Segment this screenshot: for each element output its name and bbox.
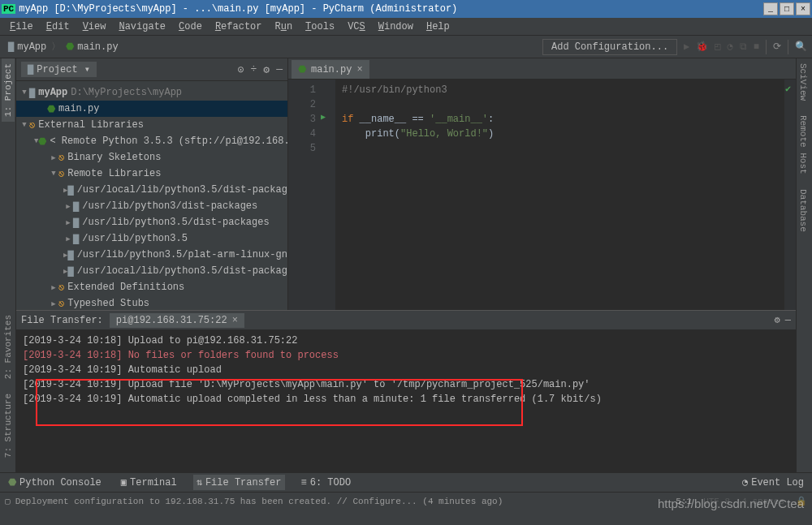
folder-icon: ▇ xyxy=(28,63,33,75)
tool-tab-remotehost[interactable]: Remote Host xyxy=(797,110,810,179)
file-transfer-tab[interactable]: pi@192.168.31.75:22 × xyxy=(110,313,244,328)
tree-external-libs[interactable]: External Libraries xyxy=(38,119,144,131)
bottom-toolbar: ⬣Python Console ▣Terminal ⇅File Transfer… xyxy=(0,472,812,492)
terminal-icon: ▣ xyxy=(121,476,127,488)
tool-tab-project[interactable]: 1: Project xyxy=(2,58,15,122)
minimize-button[interactable]: _ xyxy=(763,2,778,15)
tree-root[interactable]: myApp xyxy=(38,87,67,98)
tree-path-0[interactable]: /usr/local/lib/python3.5/dist-packages/p xyxy=(77,184,287,196)
menu-file[interactable]: File xyxy=(5,19,38,34)
menu-vcs[interactable]: VCS xyxy=(343,19,370,34)
menu-code[interactable]: Code xyxy=(174,19,207,34)
window-titlebar: PC myApp [D:\MyProjects\myApp] - ...\mai… xyxy=(0,0,812,18)
transfer-icon: ⇅ xyxy=(197,476,202,488)
tool-tab-database[interactable]: Database xyxy=(797,184,810,237)
file-transfer-panel: File Transfer: pi@192.168.31.75:22 × ⚙ —… xyxy=(16,310,796,472)
tree-remote-python[interactable]: < Remote Python 3.5.3 (sftp://pi@192.168… xyxy=(50,136,287,147)
editor: ⬣ main.py × 1 2 3 4 5 ▶ #!/usr/bin/pytho… xyxy=(288,58,796,310)
stop-icon[interactable]: ■ xyxy=(754,41,759,53)
tw-todo[interactable]: ≡6: TODO xyxy=(298,476,355,490)
encoding[interactable]: UTF-8 xyxy=(703,497,730,506)
right-tool-strip: SciView Remote Host Database xyxy=(796,58,812,310)
tree-typeshed[interactable]: Typeshed Stubs xyxy=(67,298,149,309)
window-title: myApp [D:\MyProjects\myApp] - ...\main.p… xyxy=(19,3,763,15)
breadcrumb-file: main.py xyxy=(77,41,118,53)
maximize-button[interactable]: □ xyxy=(780,2,794,15)
run-gutter: ▶ xyxy=(321,80,335,310)
breadcrumb[interactable]: ▇ myApp 〉 ⬣ main.py xyxy=(5,40,122,54)
caret-position[interactable]: 5:1 xyxy=(676,497,692,506)
close-button[interactable]: × xyxy=(796,2,810,15)
status-message[interactable]: Deployment configuration to 192.168.31.7… xyxy=(15,497,503,506)
project-view-label: Project xyxy=(37,64,77,75)
tree-remote-libraries[interactable]: Remote Libraries xyxy=(67,168,161,179)
gear-icon[interactable]: ⚙ xyxy=(775,314,780,326)
concurrency-icon[interactable]: ⧉ xyxy=(740,41,747,53)
run-line-icon[interactable]: ▶ xyxy=(321,112,335,122)
tool-tab-favorites[interactable]: 2: Favorites xyxy=(2,310,15,384)
tree-main-file[interactable]: main.py xyxy=(58,103,99,114)
update-icon[interactable]: ⟳ xyxy=(773,41,781,53)
menu-refactor[interactable]: Refactor xyxy=(210,19,267,34)
coverage-icon[interactable]: ◰ xyxy=(715,41,720,53)
menu-help[interactable]: Help xyxy=(421,19,455,34)
search-everywhere-icon[interactable]: 🔍 xyxy=(795,41,807,53)
line-gutter: 1 2 3 4 5 xyxy=(288,80,321,310)
menu-tools[interactable]: Tools xyxy=(300,19,339,34)
menu-view[interactable]: View xyxy=(78,19,111,34)
breadcrumb-sep: 〉 xyxy=(51,40,61,54)
nav-toolbar: ▇ myApp 〉 ⬣ main.py Add Configuration...… xyxy=(0,36,812,58)
tree-root-path: D:\MyProjects\myApp xyxy=(71,87,182,98)
tree-path-1[interactable]: /usr/lib/python3/dist-packages xyxy=(82,200,257,212)
inspection-ok-icon: ✔ xyxy=(785,83,791,95)
python-icon: ⬣ xyxy=(66,41,74,53)
editor-tab-main[interactable]: ⬣ main.py × xyxy=(292,60,369,79)
tw-python-console[interactable]: ⬣Python Console xyxy=(5,475,105,490)
debug-icon[interactable]: 🐞 xyxy=(696,41,708,53)
status-bar: ▢ Deployment configuration to 192.168.31… xyxy=(0,492,812,510)
tw-event-log[interactable]: ◔Event Log xyxy=(739,475,807,490)
tool-tab-sciview[interactable]: SciView xyxy=(797,58,810,105)
tree-path-3[interactable]: /usr/lib/python3.5 xyxy=(82,233,188,244)
gear-icon[interactable]: ⚙ xyxy=(263,63,270,76)
menu-navigate[interactable]: Navigate xyxy=(114,19,171,34)
menu-edit[interactable]: Edit xyxy=(41,19,75,34)
hide-icon[interactable]: — xyxy=(276,63,283,75)
file-transfer-log[interactable]: [2019-3-24 10:18] Upload to pi@192.168.3… xyxy=(16,330,796,472)
tree-extended-defs[interactable]: Extended Definitions xyxy=(67,282,184,293)
run-icon[interactable]: ▶ xyxy=(684,41,689,53)
lock-icon[interactable]: 🔒 xyxy=(796,496,807,506)
project-view-combo[interactable]: ▇ Project xyxy=(21,62,97,77)
close-tab-icon[interactable]: × xyxy=(356,64,362,75)
editor-tab-label: main.py xyxy=(311,64,352,75)
file-transfer-tab-label: pi@192.168.31.75:22 xyxy=(116,315,227,326)
folder-icon: ▇ xyxy=(8,41,14,53)
python-icon: ⬣ xyxy=(8,476,16,488)
tree-path-5[interactable]: /usr/local/lib/python3.5/dist-packages/s xyxy=(77,265,287,277)
close-tab-icon[interactable]: × xyxy=(232,315,238,326)
left-tool-strip-bottom: 2: Favorites 7: Structure xyxy=(0,310,16,472)
breadcrumb-project: myApp xyxy=(17,41,46,53)
tree-path-2[interactable]: /usr/lib/python3.5/dist-packages xyxy=(82,217,269,228)
add-configuration-button[interactable]: Add Configuration... xyxy=(542,39,677,55)
todo-icon: ≡ xyxy=(301,477,307,488)
indent[interactable]: 4 spaces xyxy=(741,497,784,506)
app-icon: PC xyxy=(2,4,15,14)
project-panel: ▇ Project ⊙ ÷ ⚙ — ▼▇myAppD:\MyProjects\m… xyxy=(16,58,288,310)
menu-run[interactable]: Run xyxy=(270,19,298,34)
menu-bar: File Edit View Navigate Code Refactor Ru… xyxy=(0,18,812,36)
project-tree[interactable]: ▼▇myAppD:\MyProjects\myApp ⬣main.py ▼⎋Ex… xyxy=(16,81,287,310)
tool-window-toggle-icon[interactable]: ▢ xyxy=(5,496,11,506)
tw-file-transfer[interactable]: ⇅File Transfer xyxy=(193,475,285,490)
code-area[interactable]: #!/usr/bin/python3 if __name__ == '__mai… xyxy=(335,80,784,310)
tree-path-4[interactable]: /usr/lib/python3.5/plat-arm-linux-gnueab xyxy=(77,249,287,260)
collapse-icon[interactable]: ⊙ xyxy=(238,63,244,76)
event-log-icon: ◔ xyxy=(742,476,748,488)
divide-icon[interactable]: ÷ xyxy=(251,63,257,75)
tool-tab-structure[interactable]: 7: Structure xyxy=(2,389,15,463)
tree-binary-skeletons[interactable]: Binary Skeletons xyxy=(67,152,161,163)
tw-terminal[interactable]: ▣Terminal xyxy=(118,475,180,490)
hide-icon[interactable]: — xyxy=(785,315,791,326)
profile-icon[interactable]: ◔ xyxy=(728,41,733,53)
menu-window[interactable]: Window xyxy=(374,19,418,34)
